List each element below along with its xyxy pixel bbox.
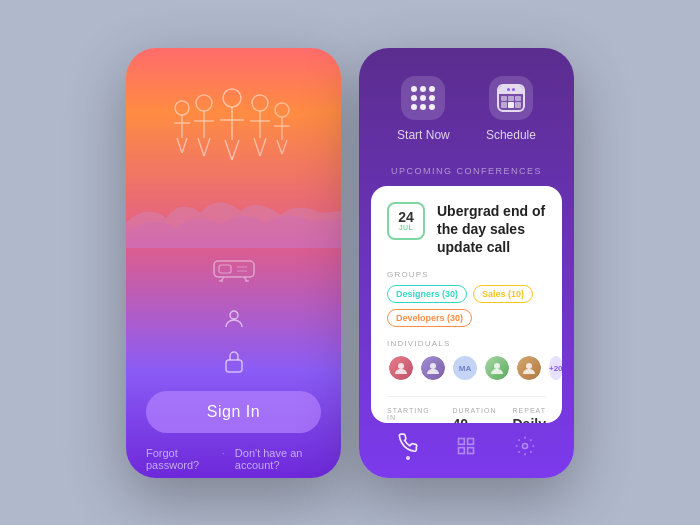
grid-dots-icon (411, 86, 435, 110)
svg-line-14 (232, 140, 239, 160)
avatar-4-face (489, 360, 505, 376)
svg-rect-39 (459, 439, 465, 445)
groups-label: GROUPS (387, 270, 546, 279)
figures-area (126, 48, 341, 287)
avatar-5 (515, 354, 543, 382)
svg-line-3 (177, 138, 182, 153)
stat-duration-label: DURATION (452, 407, 496, 414)
nav-settings-icon[interactable] (515, 436, 535, 456)
avatar-1 (387, 354, 415, 382)
user-icon (222, 307, 246, 335)
svg-point-5 (196, 95, 212, 111)
group-designers[interactable]: Designers (30) (387, 285, 467, 303)
action-buttons: Start Now (359, 48, 574, 158)
phone-nav-icon (398, 433, 418, 453)
stat-starting-in: STARTING IN 23h : 46m (387, 407, 436, 422)
nav-active-dot (406, 456, 410, 460)
figures-illustration (164, 88, 304, 178)
svg-line-24 (282, 140, 287, 154)
avatar-2 (419, 354, 447, 382)
card-title: Ubergrad end of the day sales update cal… (437, 202, 546, 257)
svg-rect-34 (226, 360, 242, 372)
login-form: Sign In Forgot password? · Don't have an… (126, 287, 341, 478)
avatar-1-face (393, 360, 409, 376)
right-phone: Start Now (359, 48, 574, 478)
avatar-5-face (521, 360, 537, 376)
group-sales[interactable]: Sales (10) (473, 285, 533, 303)
svg-point-15 (252, 95, 268, 111)
date-month: JUL (399, 224, 414, 231)
avatar-4 (483, 354, 511, 382)
svg-rect-26 (219, 265, 231, 273)
svg-point-43 (522, 444, 527, 449)
avatar-more[interactable]: +20 (547, 354, 562, 382)
svg-point-0 (175, 101, 189, 115)
sign-in-button[interactable]: Sign In (146, 391, 321, 433)
bottom-navigation (359, 423, 574, 478)
svg-rect-41 (459, 448, 465, 454)
svg-line-13 (225, 140, 232, 160)
svg-rect-42 (468, 448, 474, 454)
avatar-2-face (425, 360, 441, 376)
date-badge: 24 JUL (387, 202, 425, 240)
lock-icon-svg (223, 349, 245, 373)
schedule-action[interactable]: Schedule (486, 76, 536, 142)
card-header: 24 JUL Ubergrad end of the day sales upd… (387, 202, 546, 257)
no-account-link[interactable]: Don't have an account? (235, 447, 321, 471)
start-now-icon (401, 76, 445, 120)
left-phone: Sign In Forgot password? · Don't have an… (126, 48, 341, 478)
svg-line-8 (198, 138, 204, 156)
svg-point-20 (275, 103, 289, 117)
upcoming-conferences-title: UPCOMING CONFERENCES (359, 158, 574, 186)
stat-repeat: REPEAT Daily (513, 407, 547, 422)
divider: · (222, 447, 225, 471)
groups-row: Designers (30) Sales (10) Developers (30… (387, 285, 546, 327)
individuals-label: INDIVIDUALS (387, 339, 546, 348)
nav-phone-icon[interactable] (398, 433, 418, 460)
schedule-label: Schedule (486, 128, 536, 142)
phone-svg (209, 253, 259, 283)
conference-card: 24 JUL Ubergrad end of the day sales upd… (371, 186, 562, 423)
stat-duration: DURATION 40 mins (452, 407, 496, 422)
lock-icon (223, 349, 245, 377)
svg-line-23 (277, 140, 282, 154)
svg-rect-40 (468, 439, 474, 445)
schedule-icon-circle (489, 76, 533, 120)
group-developers[interactable]: Developers (30) (387, 309, 472, 327)
start-now-action[interactable]: Start Now (397, 76, 450, 142)
grid-nav-icon (456, 436, 476, 456)
avatar-ma: MA (451, 354, 479, 382)
settings-nav-icon (515, 436, 535, 456)
svg-line-18 (254, 138, 260, 156)
svg-point-10 (223, 89, 241, 107)
svg-line-4 (182, 138, 187, 153)
stat-starting-label: STARTING IN (387, 407, 436, 421)
svg-line-19 (260, 138, 266, 156)
date-number: 24 (398, 210, 414, 224)
svg-point-36 (430, 363, 436, 369)
svg-line-9 (204, 138, 210, 156)
forgot-password-link[interactable]: Forgot password? (146, 447, 212, 471)
start-now-label: Start Now (397, 128, 450, 142)
nav-grid-icon[interactable] (456, 436, 476, 456)
svg-point-37 (494, 363, 500, 369)
svg-point-38 (526, 363, 532, 369)
calendar-icon (497, 84, 525, 112)
cloud-decoration (126, 193, 341, 248)
card-stats: STARTING IN 23h : 46m DURATION 40 mins R… (387, 396, 546, 422)
auth-links: Forgot password? · Don't have an account… (146, 447, 321, 471)
svg-point-33 (230, 311, 238, 319)
stat-repeat-label: REPEAT (513, 407, 547, 414)
svg-point-35 (398, 363, 404, 369)
svg-rect-25 (214, 261, 254, 277)
individuals-row: MA (387, 354, 546, 382)
telephone-illustration (209, 253, 259, 287)
person-icon-svg (222, 307, 246, 331)
